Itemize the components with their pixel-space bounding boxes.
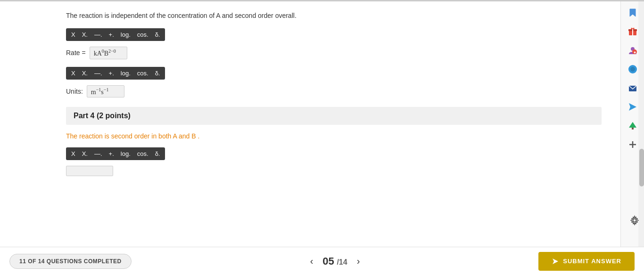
scrollbar-thumb[interactable] — [639, 149, 644, 186]
submit-answer-button[interactable]: SUBMIT ANSWER — [538, 252, 635, 271]
toolbar-2: X X. —. +. log. cos. δ. — [66, 67, 165, 80]
toolbar1-btn-cos[interactable]: cos. — [135, 30, 151, 39]
part4-text: The reaction is second order in both A a… — [66, 132, 602, 140]
toolbar1-btn-plus[interactable]: +. — [107, 30, 116, 39]
part4-header: Part 4 (2 points) — [66, 107, 602, 125]
section-text-top: The reaction is independent of the conce… — [66, 11, 602, 21]
toolbar2-btn-cos[interactable]: cos. — [135, 69, 151, 78]
gift-icon[interactable] — [625, 24, 640, 39]
svg-marker-10 — [629, 103, 636, 111]
current-question-number: 05 /14 — [322, 255, 347, 267]
questions-completed-badge: 11 OF 14 QUESTIONS COMPLETED — [9, 254, 132, 269]
toolbar-1: X X. —. +. log. cos. δ. — [66, 28, 165, 41]
submit-label: SUBMIT ANSWER — [563, 258, 621, 265]
toolbar2-btn-x[interactable]: X — [69, 69, 78, 78]
content-area: The reaction is independent of the conce… — [0, 1, 620, 247]
units-input[interactable]: m−1s−1 — [87, 85, 124, 98]
part4-rate-input[interactable] — [66, 166, 113, 176]
nav-section: ‹ 05 /14 › — [306, 254, 364, 268]
svg-point-8 — [630, 67, 635, 72]
part4-text-start: The reaction is second order in both — [66, 132, 171, 140]
send-icon[interactable] — [625, 99, 640, 114]
circle-blue-icon[interactable] — [625, 62, 640, 77]
svg-marker-11 — [629, 122, 636, 128]
part4-text-end: . — [198, 132, 199, 140]
svg-marker-0 — [630, 9, 636, 16]
right-sidebar: ★ — [620, 1, 644, 247]
toolbar2-btn-delta[interactable]: δ. — [153, 69, 163, 78]
toolbar-3: X X. —. +. log. cos. δ. — [66, 147, 165, 160]
toolbar3-btn-cos[interactable]: cos. — [135, 149, 151, 158]
toolbar3-btn-dash[interactable]: —. — [92, 149, 105, 158]
scrollbar[interactable] — [638, 1, 644, 247]
toolbar3-btn-delta[interactable]: δ. — [153, 149, 163, 158]
toolbar2-btn-dash[interactable]: —. — [92, 69, 105, 78]
user-icon[interactable]: ★ — [625, 43, 640, 58]
svg-rect-12 — [632, 128, 634, 129]
units-label: Units: — [66, 88, 83, 95]
rate-input[interactable]: kA0B2−0 — [90, 47, 127, 59]
tree-icon[interactable] — [625, 118, 640, 133]
plus-icon[interactable] — [625, 137, 640, 152]
toolbar1-btn-dash[interactable]: —. — [92, 30, 105, 39]
toolbar3-btn-plus[interactable]: +. — [107, 149, 116, 158]
prev-question-button[interactable]: ‹ — [306, 254, 317, 268]
toolbar3-btn-x[interactable]: X — [69, 149, 78, 158]
rate-label: Rate = — [66, 49, 86, 57]
toolbar1-btn-log[interactable]: log. — [118, 30, 133, 39]
svg-marker-16 — [553, 259, 558, 264]
toolbar3-btn-log[interactable]: log. — [118, 149, 133, 158]
toolbar1-btn-x[interactable]: X — [69, 30, 78, 39]
next-question-button[interactable]: › — [353, 254, 364, 268]
mail-icon[interactable] — [625, 81, 640, 96]
submit-icon — [552, 258, 559, 265]
bookmark-icon[interactable] — [625, 5, 640, 20]
total-q: /14 — [337, 258, 347, 266]
toolbar2-btn-xdot[interactable]: X. — [80, 69, 90, 78]
part4-text-highlight: A and B — [173, 132, 196, 140]
toolbar3-btn-xdot[interactable]: X. — [80, 149, 90, 158]
rate-line: Rate = kA0B2−0 — [66, 47, 602, 59]
toolbar1-btn-xdot[interactable]: X. — [80, 30, 90, 39]
svg-point-15 — [633, 219, 636, 222]
units-line: Units: m−1s−1 — [66, 85, 602, 98]
current-q: 05 — [322, 255, 334, 267]
svg-text:★: ★ — [633, 50, 636, 55]
gear-icon[interactable] — [627, 213, 642, 228]
toolbar2-btn-plus[interactable]: +. — [107, 69, 116, 78]
toolbar1-btn-delta[interactable]: δ. — [153, 30, 163, 39]
bottom-bar: 11 OF 14 QUESTIONS COMPLETED ‹ 05 /14 › … — [0, 247, 644, 275]
toolbar2-btn-log[interactable]: log. — [118, 69, 133, 78]
